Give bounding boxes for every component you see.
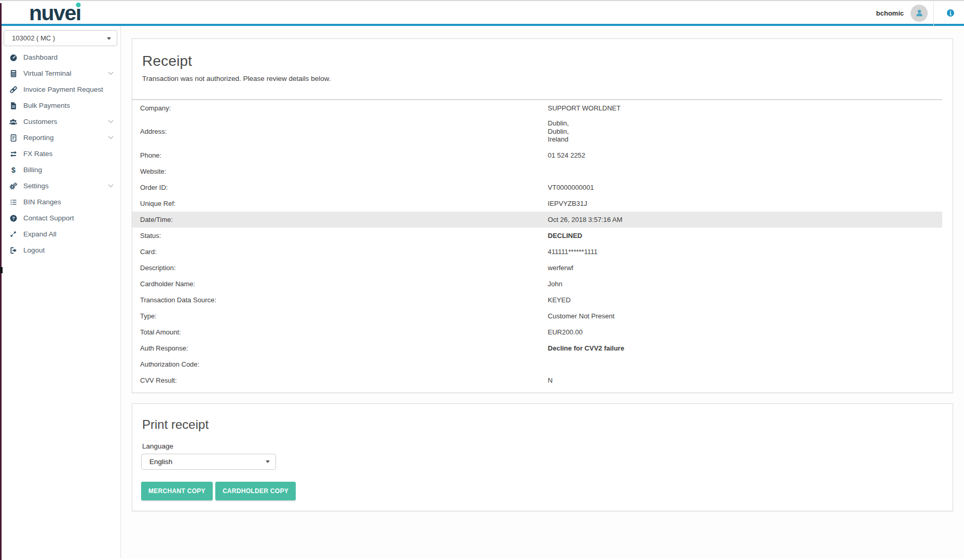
sidebar-item-label: Customers — [23, 118, 57, 125]
receipt-row-cvv-result: CVV Result: N — [132, 372, 942, 388]
receipt-row-label: Auth Response: — [132, 340, 548, 356]
exchange-icon — [8, 149, 18, 158]
sidebar-item-label: Bulk Payments — [23, 102, 70, 109]
sidebar-item-label: Contact Support — [23, 214, 74, 222]
receipt-row-label: Transaction Data Source: — [132, 292, 548, 308]
info-button[interactable] — [946, 9, 955, 17]
reporting-icon — [8, 133, 18, 142]
user-icon — [915, 8, 924, 18]
print-receipt-card: Print receipt Language English MERCHANT … — [132, 403, 953, 511]
info-icon — [946, 9, 955, 17]
receipt-row-authorization-code: Authorization Code: — [132, 356, 942, 372]
sidebar-item-label: Billing — [23, 166, 42, 174]
sidebar-item-customers[interactable]: Customers — [0, 114, 120, 130]
sidebar-item-label: BIN Ranges — [23, 198, 61, 206]
receipt-row-value: Dublin,Dublin,Ireland — [548, 116, 942, 147]
language-label: Language — [142, 442, 953, 450]
receipt-row-cardholder-name: Cardholder Name: John — [132, 276, 942, 292]
virtual-terminal-icon — [8, 69, 18, 78]
receipt-row-label: CVV Result: — [132, 372, 548, 388]
sidebar-item-expand-all[interactable]: Expand All — [0, 226, 120, 242]
cardholder-copy-button[interactable]: CARDHOLDER COPY — [215, 482, 296, 500]
question-circle-icon: ? — [8, 214, 18, 222]
caret-down-icon — [266, 460, 270, 463]
receipt-row-transaction-data-source: Transaction Data Source: KEYED — [132, 292, 942, 308]
receipt-row-label: Description: — [132, 260, 548, 276]
sidebar-item-label: FX Rates — [23, 150, 52, 158]
sidebar-item-billing[interactable]: $ Billing — [0, 162, 120, 178]
sidebar-nav: Dashboard Virtual Terminal Invoice Payme… — [0, 49, 120, 258]
cogs-icon — [8, 181, 18, 190]
receipt-row-label: Company: — [132, 100, 548, 116]
sidebar-item-label: Expand All — [23, 230, 57, 238]
receipt-subtitle: Transaction was not authorized. Please r… — [142, 75, 953, 82]
receipt-row-address: Address: Dublin,Dublin,Ireland — [132, 116, 942, 147]
account-selector[interactable]: 103002 ( MC ) — [4, 30, 117, 46]
account-selector-value: 103002 ( MC ) — [12, 34, 55, 42]
sidebar-item-settings[interactable]: Settings — [0, 178, 120, 194]
receipt-table: Company: SUPPORT WORLDNET Address: Dubli… — [132, 99, 942, 388]
list-icon — [8, 198, 18, 206]
receipt-row-value: Decline for CVV2 failure — [548, 340, 942, 356]
receipt-row-label: Card: — [132, 244, 548, 260]
receipt-row-date-time: Date/Time: Oct 26, 2018 3:57:16 AM — [132, 212, 942, 228]
receipt-row-company: Company: SUPPORT WORLDNET — [132, 100, 942, 116]
receipt-row-label: Type: — [132, 308, 548, 324]
svg-text:?: ? — [12, 215, 15, 221]
sidebar-item-label: Virtual Terminal — [23, 69, 72, 77]
receipt-row-phone: Phone: 01 524 2252 — [132, 147, 942, 163]
receipt-row-label: Status: — [132, 228, 548, 244]
receipt-row-value: DECLINED — [548, 228, 942, 244]
main-content: Receipt Transaction was not authorized. … — [121, 26, 964, 558]
receipt-row-label: Cardholder Name: — [132, 276, 548, 292]
sidebar-item-bulk-payments[interactable]: Bulk Payments — [0, 97, 120, 114]
logo-dot — [76, 3, 80, 7]
receipt-row-label: Authorization Code: — [132, 356, 548, 372]
receipt-row-label: Unique Ref: — [132, 195, 548, 212]
receipt-row-unique-ref: Unique Ref: IEPVYZB31J — [132, 195, 942, 212]
receipt-row-value: John — [548, 276, 942, 292]
link-icon — [8, 85, 18, 94]
logo-letter-i: ı — [76, 1, 81, 25]
sidebar-item-fx-rates[interactable]: FX Rates — [0, 146, 120, 162]
sidebar-item-label: Reporting — [23, 134, 54, 142]
nuvei-logo[interactable]: nuveı — [29, 1, 81, 25]
page-title: Receipt — [142, 53, 953, 69]
receipt-row-value: werferwf — [548, 260, 942, 276]
receipt-row-label: Address: — [132, 116, 548, 147]
sidebar-item-virtual-terminal[interactable]: Virtual Terminal — [0, 65, 120, 81]
print-receipt-title: Print receipt — [142, 417, 953, 432]
caret-down-icon — [107, 37, 111, 40]
expand-icon — [8, 230, 18, 239]
sidebar-item-dashboard[interactable]: Dashboard — [0, 49, 120, 65]
bulk-payments-icon — [8, 101, 18, 110]
window-top-edge — [0, 0, 964, 1]
receipt-row-total-amount: Total Amount: EUR200.00 — [132, 324, 942, 340]
receipt-row-label: Date/Time: — [132, 212, 548, 228]
language-select[interactable]: English — [141, 454, 276, 470]
sidebar-item-reporting[interactable]: Reporting — [0, 130, 120, 146]
receipt-row-value: IEPVYZB31J — [548, 195, 942, 212]
sidebar-item-invoice-payment-request[interactable]: Invoice Payment Request — [0, 81, 120, 97]
sidebar-item-label: Invoice Payment Request — [23, 86, 103, 93]
dollar-icon: $ — [8, 165, 18, 174]
receipt-row-order-id: Order ID: VT0000000001 — [132, 179, 942, 195]
sidebar-item-bin-ranges[interactable]: BIN Ranges — [0, 194, 120, 210]
receipt-row-label: Phone: — [132, 147, 548, 163]
receipt-row-status: Status: DECLINED — [132, 228, 942, 244]
receipt-row-card: Card: 411111******1111 — [132, 244, 942, 260]
logo-text: nuve — [29, 1, 76, 25]
sidebar: 103002 ( MC ) Dashboard Virtual Terminal… — [0, 26, 121, 558]
merchant-copy-button[interactable]: MERCHANT COPY — [141, 482, 213, 500]
sidebar-item-contact-support[interactable]: ? Contact Support — [0, 210, 120, 226]
receipt-row-auth-response: Auth Response: Decline for CVV2 failure — [132, 340, 942, 356]
receipt-card: Receipt Transaction was not authorized. … — [132, 38, 953, 393]
user-menu[interactable]: bchomic — [876, 5, 928, 22]
sidebar-item-label: Dashboard — [23, 53, 58, 61]
sidebar-item-logout[interactable]: Logout — [0, 242, 120, 258]
chevron-down-icon — [108, 136, 114, 139]
receipt-row-value: 411111******1111 — [548, 244, 942, 260]
language-select-value: English — [149, 458, 172, 466]
chevron-down-icon — [108, 120, 114, 123]
app-header: nuveı bchomic — [0, 0, 964, 26]
